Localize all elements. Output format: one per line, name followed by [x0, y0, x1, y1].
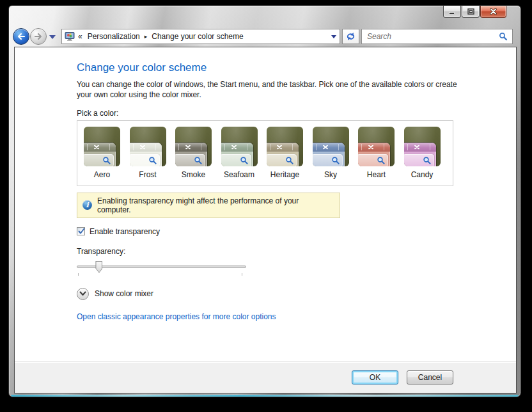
- addressbar-dropdown-button[interactable]: [328, 29, 340, 44]
- mini-search-icon: [377, 156, 386, 165]
- slider-tick-max: [242, 273, 242, 276]
- mini-close-icon: [414, 145, 419, 149]
- scheme-label: Frost: [130, 170, 166, 179]
- breadcrumb-item-personalization[interactable]: Personalization: [84, 32, 144, 41]
- slider-tick-min: [78, 273, 79, 276]
- page-title: Change your color scheme: [77, 61, 516, 74]
- maximize-icon: [467, 8, 474, 15]
- mini-search-icon: [285, 156, 294, 165]
- forward-arrow-icon: [34, 33, 43, 40]
- mini-search-icon: [331, 156, 340, 165]
- back-button[interactable]: [13, 28, 29, 45]
- dialog-footer: OK Cancel: [15, 361, 516, 393]
- color-scheme-aero[interactable]: Aero: [84, 127, 120, 179]
- scheme-thumbnail: [84, 127, 120, 166]
- window-controls: [442, 6, 506, 18]
- page-description: You can change the color of windows, the…: [77, 80, 460, 100]
- recent-pages-dropdown-icon[interactable]: [49, 35, 56, 39]
- pick-color-label: Pick a color:: [77, 109, 516, 118]
- mini-search-icon: [194, 156, 203, 165]
- info-icon: i: [82, 200, 92, 210]
- mini-close-icon: [277, 145, 282, 149]
- show-color-mixer-label[interactable]: Show color mixer: [95, 289, 153, 298]
- enable-transparency-label[interactable]: Enable transparency: [90, 227, 160, 236]
- chevron-down-icon: [79, 290, 87, 297]
- personalization-monitor-icon: [65, 31, 75, 42]
- search-box: [361, 29, 513, 44]
- navigation-bar: « Personalization ▸ Change your color sc…: [9, 26, 520, 47]
- content-panel: Change your color scheme You can change …: [14, 47, 517, 393]
- scheme-label: Aero: [84, 170, 120, 179]
- cancel-button[interactable]: Cancel: [407, 370, 453, 384]
- scheme-thumbnail: [130, 127, 166, 166]
- slider-thumb-face: [96, 262, 102, 273]
- info-banner-text: Enabling transparency might affect the p…: [97, 196, 334, 214]
- scheme-thumbnail: [267, 127, 303, 166]
- scheme-label: Candy: [404, 170, 441, 179]
- scheme-thumbnail: [175, 127, 212, 166]
- forward-button[interactable]: [30, 28, 47, 45]
- scheme-thumbnail: [221, 127, 258, 166]
- breadcrumb-item-current[interactable]: Change your color scheme: [148, 32, 247, 41]
- maximize-button[interactable]: [462, 6, 480, 18]
- mini-search-icon: [148, 156, 157, 165]
- minimize-button[interactable]: [443, 6, 461, 18]
- mini-close-icon: [140, 145, 145, 149]
- color-scheme-candy[interactable]: Candy: [404, 127, 441, 179]
- chevron-down-icon: [331, 35, 336, 38]
- transparency-slider[interactable]: [77, 260, 246, 276]
- enable-transparency-checkbox[interactable]: [77, 227, 85, 235]
- transparency-slider-thumb[interactable]: [95, 261, 102, 273]
- personalization-window: « Personalization ▸ Change your color sc…: [8, 5, 521, 397]
- color-scheme-heritage[interactable]: Heritage: [267, 127, 303, 179]
- color-scheme-sky[interactable]: Sky: [313, 127, 349, 179]
- show-color-mixer-button[interactable]: [77, 288, 89, 300]
- desktop-background: « Personalization ▸ Change your color sc…: [0, 0, 532, 412]
- scheme-label: Seafoam: [221, 170, 258, 179]
- search-icon[interactable]: [499, 32, 508, 41]
- transparency-info-banner: i Enabling transparency might affect the…: [77, 193, 340, 218]
- checkmark-icon: [77, 227, 86, 235]
- breadcrumb-overflow-chevron[interactable]: «: [78, 32, 82, 41]
- scheme-thumbnail: [313, 127, 349, 166]
- search-input[interactable]: [362, 32, 499, 41]
- transparency-slider-label: Transparency:: [77, 247, 516, 256]
- close-icon: [490, 8, 497, 15]
- color-scheme-list: Aero Frost: [77, 120, 453, 186]
- color-scheme-smoke[interactable]: Smoke: [175, 127, 212, 179]
- color-scheme-frost[interactable]: Frost: [130, 127, 166, 179]
- refresh-button[interactable]: [342, 29, 359, 44]
- mini-close-icon: [94, 145, 99, 149]
- scheme-label: Smoke: [175, 170, 212, 179]
- scheme-label: Heart: [358, 170, 395, 179]
- close-button[interactable]: [480, 6, 506, 18]
- classic-appearance-link[interactable]: Open classic appearance properties for m…: [77, 312, 516, 321]
- scheme-label: Sky: [313, 170, 349, 179]
- mini-search-icon: [102, 156, 111, 165]
- address-bar[interactable]: « Personalization ▸ Change your color sc…: [61, 29, 340, 44]
- mini-search-icon: [423, 156, 432, 165]
- mini-close-icon: [323, 145, 328, 149]
- mini-close-icon: [185, 145, 191, 149]
- mini-search-icon: [240, 156, 249, 165]
- minimize-icon: [449, 9, 455, 15]
- mini-close-icon: [368, 145, 373, 149]
- ok-button[interactable]: OK: [352, 370, 398, 384]
- scheme-thumbnail: [404, 127, 441, 166]
- back-arrow-icon: [17, 33, 26, 40]
- color-scheme-seafoam[interactable]: Seafoam: [221, 127, 258, 179]
- mini-close-icon: [231, 145, 237, 149]
- color-scheme-heart[interactable]: Heart: [358, 127, 395, 179]
- refresh-icon: [346, 32, 356, 41]
- scheme-thumbnail: [358, 127, 395, 166]
- scheme-label: Heritage: [267, 170, 303, 179]
